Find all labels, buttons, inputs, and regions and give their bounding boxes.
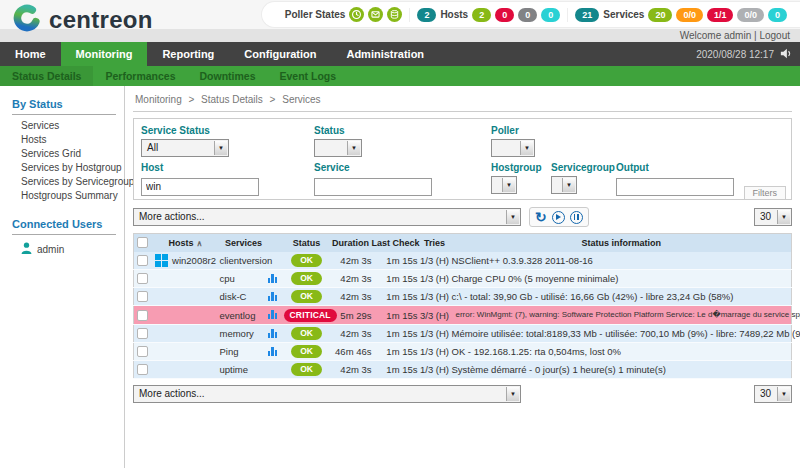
last-check-value: 1m 15s xyxy=(372,325,418,343)
sidebar-item-services[interactable]: Services xyxy=(0,118,124,132)
sidebar-item-hostgroups-summary[interactable]: Hostgroups Summary xyxy=(0,188,124,202)
sidebar-by-status-title: By Status xyxy=(12,98,116,115)
host-input[interactable] xyxy=(141,178,259,196)
row-checkbox[interactable] xyxy=(137,291,148,302)
tab-home[interactable]: Home xyxy=(0,42,61,66)
nav-right: 2020/08/28 12:17 xyxy=(696,42,800,66)
table-header-row: Hosts∧ Services Status Duration Last Che… xyxy=(134,234,792,252)
sidebar-item-services-by-servicegroup[interactable]: Services by Servicegroup xyxy=(0,174,124,188)
poller-states-group: Poller States xyxy=(278,7,410,22)
more-actions-select[interactable]: More actions... ▼ xyxy=(133,208,521,226)
poller-states-label: Poller States xyxy=(285,9,346,20)
service-link[interactable]: clientversion xyxy=(220,252,268,270)
output-input[interactable] xyxy=(616,178,734,196)
graph-icon[interactable] xyxy=(268,346,278,356)
host-cell[interactable]: win2008r2 xyxy=(152,254,220,267)
chevron-down-icon: ▼ xyxy=(562,178,575,192)
row-checkbox[interactable] xyxy=(137,328,148,339)
service-link[interactable]: uptime xyxy=(220,361,268,379)
column-status[interactable]: Status xyxy=(284,234,330,252)
service-link[interactable]: disk-C xyxy=(220,288,268,306)
sidebar-item-services-by-hostgroup[interactable]: Services by Hostgroup xyxy=(0,160,124,174)
service-link[interactable]: Ping xyxy=(220,343,268,361)
status-select[interactable]: ▼ xyxy=(314,139,362,157)
column-status-information[interactable]: Status information xyxy=(452,234,792,252)
row-checkbox[interactable] xyxy=(137,364,148,375)
service-link[interactable]: cpu xyxy=(220,270,268,288)
column-hosts[interactable]: Hosts∧ xyxy=(152,234,220,252)
centreon-logo[interactable]: centreon xyxy=(12,3,153,37)
hosts-up-badge[interactable]: 2 xyxy=(472,8,491,22)
per-page-value-top: 30 xyxy=(760,211,771,222)
services-ok-badge[interactable]: 20 xyxy=(648,8,672,22)
select-all-cell xyxy=(134,234,152,252)
service-status-select[interactable]: All ▼ xyxy=(141,139,229,157)
hostgroup-select[interactable]: ▼ xyxy=(491,176,517,194)
filters-tab[interactable]: Filters xyxy=(744,186,787,200)
tab-configuration[interactable]: Configuration xyxy=(229,42,331,66)
graph-icon[interactable] xyxy=(268,328,278,338)
status-badge: OK xyxy=(291,327,322,340)
row-checkbox[interactable] xyxy=(137,310,148,321)
service-link[interactable]: eventlog xyxy=(220,306,268,325)
filter-host: Host xyxy=(141,162,259,196)
poller-select[interactable]: ▼ xyxy=(491,139,535,157)
column-last-check[interactable]: Last Check xyxy=(372,234,418,252)
sidebar-item-hosts[interactable]: Hosts xyxy=(0,132,124,146)
graph-icon[interactable] xyxy=(268,309,278,319)
poller-database-icon[interactable] xyxy=(387,7,402,22)
graph-icon[interactable] xyxy=(268,273,278,283)
select-all-checkbox[interactable] xyxy=(137,237,148,248)
more-actions-value-bottom: More actions... xyxy=(139,388,205,399)
main-nav: Home Monitoring Reporting Configuration … xyxy=(0,42,800,66)
service-input[interactable] xyxy=(314,178,432,196)
per-page-select-top[interactable]: 30 ▼ xyxy=(754,208,792,226)
column-duration[interactable]: Duration xyxy=(330,234,372,252)
servicegroup-select[interactable]: ▼ xyxy=(551,176,577,194)
welcome-text: Welcome admin xyxy=(680,30,752,41)
play-icon[interactable] xyxy=(552,211,565,224)
poller-activity-icon[interactable] xyxy=(368,7,383,22)
service-status-value: All xyxy=(147,142,158,153)
service-link[interactable]: memory xyxy=(220,325,268,343)
hosts-total-badge[interactable]: 2 xyxy=(417,8,436,22)
pause-icon[interactable] xyxy=(570,211,583,224)
more-actions-select-bottom[interactable]: More actions... ▼ xyxy=(133,385,521,403)
logout-link[interactable]: Logout xyxy=(759,30,790,41)
main-content: Monitoring > Status Details > Services S… xyxy=(125,86,800,468)
subnav-status-details[interactable]: Status Details xyxy=(0,66,93,86)
tab-monitoring[interactable]: Monitoring xyxy=(61,42,148,66)
filter-service: Service xyxy=(314,162,432,196)
row-checkbox[interactable] xyxy=(137,273,148,284)
subnav-performances[interactable]: Performances xyxy=(93,66,187,86)
subnav-downtimes[interactable]: Downtimes xyxy=(188,66,268,86)
graph-icon[interactable] xyxy=(268,291,278,301)
sound-icon[interactable] xyxy=(780,45,792,63)
services-unknown-badge[interactable]: 0/0 xyxy=(737,8,764,22)
services-pending-badge[interactable]: 0 xyxy=(768,8,787,22)
refresh-icon[interactable]: ↻ xyxy=(535,211,547,224)
services-warning-badge[interactable]: 0/0 xyxy=(676,8,703,22)
filter-servicegroup: Servicegroup ▼ xyxy=(551,162,615,194)
breadcrumb-status-details[interactable]: Status Details xyxy=(201,94,263,105)
hosts-pending-badge[interactable]: 0 xyxy=(541,8,560,22)
column-tries[interactable]: Tries xyxy=(418,234,452,252)
subnav-event-logs[interactable]: Event Logs xyxy=(268,66,349,86)
tab-administration[interactable]: Administration xyxy=(331,42,439,66)
services-summary-group: 21 Services 20 0/0 1/1 0/0 0 xyxy=(567,8,794,22)
sidebar-item-services-grid[interactable]: Services Grid xyxy=(0,146,124,160)
row-checkbox[interactable] xyxy=(137,255,148,266)
hosts-unreachable-badge[interactable]: 0 xyxy=(518,8,537,22)
row-checkbox[interactable] xyxy=(137,346,148,357)
column-services[interactable]: Services xyxy=(220,234,268,252)
services-total-badge[interactable]: 21 xyxy=(575,8,599,22)
per-page-select-bottom[interactable]: 30 ▼ xyxy=(754,385,792,403)
services-critical-badge[interactable]: 1/1 xyxy=(707,8,734,22)
breadcrumb-monitoring[interactable]: Monitoring xyxy=(135,94,182,105)
tries-value: 1/3 (H) xyxy=(418,288,452,306)
poller-latency-icon[interactable] xyxy=(349,7,364,22)
hosts-down-badge[interactable]: 0 xyxy=(495,8,514,22)
tab-reporting[interactable]: Reporting xyxy=(147,42,229,66)
status-badge: OK xyxy=(291,363,322,376)
breadcrumb-services[interactable]: Services xyxy=(282,94,320,105)
